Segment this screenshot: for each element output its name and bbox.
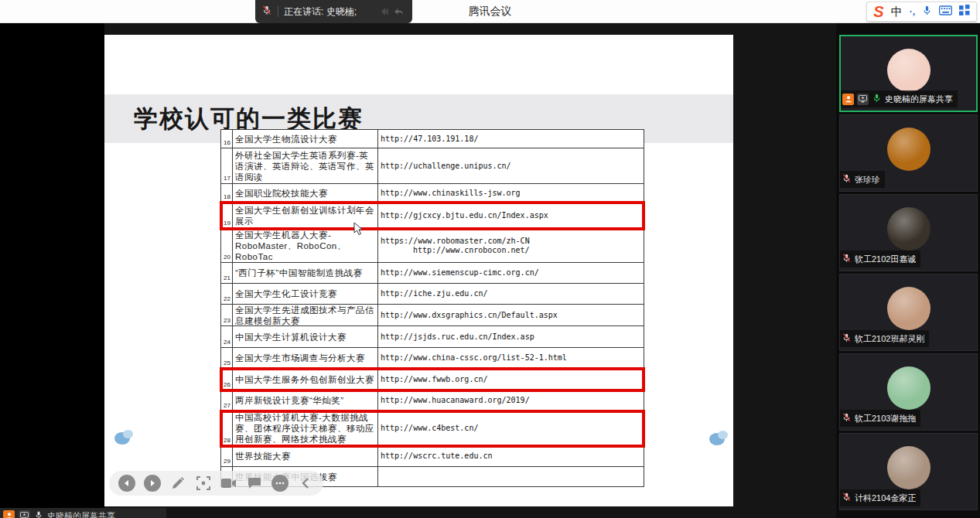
competition-url: http://www.fwwb.org.cn/ [378, 369, 644, 390]
ime-language-toggle[interactable]: 中 [891, 5, 903, 19]
speaking-label: 正在讲话: 史晓楠; [284, 5, 357, 19]
competition-url: http://www.china-cssc.org/list-52-1.html [378, 348, 644, 368]
avatar [887, 446, 930, 489]
competition-name: 中国大学生计算机设计大赛 [233, 326, 378, 347]
presentation-toolbar [109, 471, 323, 496]
row-number: 18 [221, 184, 233, 202]
ime-punctuation-toggle[interactable]: ·, [910, 6, 915, 17]
competition-name: 两岸新锐设计竞赛“华灿奖” [233, 390, 378, 411]
participant-label: 史晓楠的屏幕共享 [841, 90, 958, 107]
table-row: 16全国大学生物流设计大赛http://47.103.191.18/ [221, 130, 644, 148]
competition-url: http://wscrc.tute.edu.cn [378, 446, 644, 466]
mic-muted-icon [842, 252, 852, 266]
shared-screen-slide: 学校认可的一类比赛 16全国大学生物流设计大赛http://47.103.191… [104, 35, 733, 506]
mouse-cursor [353, 222, 364, 239]
next-icon[interactable] [144, 475, 161, 492]
participant-name: 软工2102田嘉诚 [855, 254, 916, 265]
arrow-back-icon [378, 5, 392, 18]
competition-name: 全国大学生市场调查与分析大赛 [233, 348, 378, 368]
chat-icon[interactable] [246, 475, 263, 492]
more-icon[interactable] [271, 475, 289, 492]
competition-url: http://gjcxcy.bjtu.edu.cn/Index.aspx [378, 203, 644, 228]
competition-name: 全国大学生物流设计大赛 [233, 130, 378, 148]
presenter-icon [842, 94, 854, 105]
competition-url: http://www.dxsgraphics.cn/Default.aspx [378, 305, 644, 325]
letterbox-left [0, 23, 104, 518]
mic-muted-icon [842, 411, 852, 425]
table-row: 19全国大学生创新创业训练计划年会展示http://gjcxcy.bjtu.ed… [221, 203, 644, 229]
avatar [887, 366, 930, 410]
divider [278, 6, 278, 17]
table-row: 25全国大学生市场调查与分析大赛http://www.china-cssc.or… [221, 348, 644, 369]
collapse-icon[interactable] [297, 475, 314, 492]
competition-url: http://iche.zju.edu.cn/ [378, 284, 644, 304]
table-row: 26中国大学生服务外包创新创业大赛http://www.fwwb.org.cn/ [221, 369, 644, 390]
participant-tile[interactable]: 软工2103谢拖拖 [839, 353, 978, 431]
participant-label: 张珍珍 [840, 171, 885, 188]
row-number: 23 [221, 305, 233, 325]
row-number: 27 [221, 390, 233, 411]
competition-url [378, 467, 644, 486]
pencil-icon[interactable] [169, 475, 186, 492]
table-row: 29世界技能大赛http://wscrc.tute.edu.cn [221, 446, 644, 467]
sogou-logo-icon[interactable]: S [873, 4, 883, 19]
participant-tile[interactable]: 张珍珍 [839, 114, 978, 192]
share-status-label: 史晓楠的屏幕共享 [47, 510, 115, 518]
focus-icon[interactable] [195, 475, 212, 492]
row-number: 16 [221, 130, 233, 148]
table-row: 27两岸新锐设计竞赛“华灿奖”http://www.huacanaward.or… [221, 390, 644, 411]
table-row: 21“西门子杯”中国智能制造挑战赛http://www.siemenscup-c… [221, 263, 644, 284]
ime-mic-icon[interactable] [922, 5, 932, 19]
competition-url: http://www.chinaskills-jsw.org [378, 184, 644, 202]
table-row: 18全国职业院校技能大赛http://www.chinaskills-jsw.o… [221, 184, 644, 203]
competition-name: “西门子杯”中国智能制造挑战赛 [233, 263, 378, 283]
avatar [887, 49, 930, 92]
table-row: 17外研社全国大学生英语系列赛-英语演讲、英语辩论、英语写作、英语阅读http:… [221, 148, 644, 184]
window-title-bar: 腾讯会议 正在讲话: 史晓楠; S 中 ·, [0, 0, 980, 23]
presenter-icon [3, 510, 15, 518]
participant-tile[interactable]: 计科2104金家正 [839, 433, 978, 510]
participant-name: 软工2103谢拖拖 [855, 413, 916, 424]
competition-name: 全国职业院校技能大赛 [233, 184, 378, 202]
participant-tile[interactable]: 软工2102田嘉诚 [839, 194, 978, 271]
mic-muted-icon [842, 172, 852, 186]
participant-label: 软工2103谢拖拖 [840, 410, 920, 427]
table-row: 23全国大学生先进成图技术与产品信息建模创新大赛http://www.dxsgr… [221, 305, 644, 326]
table-row: 24中国大学生计算机设计大赛http://jsjds.ruc.edu.cn/In… [221, 326, 644, 348]
avatar [887, 128, 930, 171]
screenshare-icon [857, 94, 869, 105]
speaker-box-arrows [378, 5, 406, 18]
prev-icon[interactable] [118, 475, 135, 492]
camera-icon[interactable] [220, 475, 237, 492]
competition-table: 16全国大学生物流设计大赛http://47.103.191.18/17外研社全… [220, 129, 644, 487]
competition-url: http://uchallenge.unipus.cn/ [378, 148, 644, 183]
competition-name: 中国高校计算机大赛-大数据挑战赛、团体程序设计天梯赛、移动应用创新赛、网络技术挑… [233, 411, 378, 445]
participant-name: 史晓楠的屏幕共享 [885, 94, 953, 105]
participant-label: 软工2102田嘉诚 [840, 250, 920, 268]
ime-toolbar[interactable]: S 中 ·, [866, 2, 977, 22]
ime-keyboard-icon[interactable] [939, 5, 952, 19]
participant-sidebar: 史晓楠的屏幕共享张珍珍软工2102田嘉诚软工2102班郝灵刚软工2103谢拖拖计… [836, 23, 980, 518]
table-row: 20全国大学生机器人大赛-RoboMaster、RoboCon、RoboTach… [221, 229, 644, 263]
avatar [887, 287, 930, 330]
ime-grid-icon[interactable] [959, 5, 970, 19]
mic-on-icon [34, 509, 43, 518]
participant-list: 史晓楠的屏幕共享张珍珍软工2102田嘉诚软工2102班郝灵刚软工2103谢拖拖计… [836, 35, 980, 510]
table-row: 28中国高校计算机大赛-大数据挑战赛、团体程序设计天梯赛、移动应用创新赛、网络技… [221, 411, 644, 446]
bottom-share-status-bar: 史晓楠的屏幕共享 [0, 508, 166, 518]
table-row: 22全国大学生化工设计竞赛http://iche.zju.edu.cn/ [221, 284, 644, 305]
participant-tile[interactable]: 软工2102班郝灵刚 [839, 274, 978, 351]
row-number: 22 [221, 284, 233, 304]
avatar [887, 207, 930, 250]
participant-name: 软工2102班郝灵刚 [855, 333, 924, 345]
competition-name: 全国大学生先进成图技术与产品信息建模创新大赛 [233, 305, 378, 325]
competition-url: http://www.siemenscup-cimc.org.cn/ [378, 263, 644, 283]
mic-muted-icon [842, 332, 852, 346]
participant-label: 计科2104金家正 [840, 489, 920, 506]
row-number: 17 [221, 148, 233, 183]
competition-url: http://jsjds.ruc.edu.cn/Index.asp [378, 326, 644, 347]
screenshare-icon [19, 510, 30, 518]
mic-on-icon [872, 92, 882, 106]
participant-tile[interactable]: 史晓楠的屏幕共享 [839, 35, 978, 112]
competition-name: 全国大学生化工设计竞赛 [233, 284, 378, 304]
